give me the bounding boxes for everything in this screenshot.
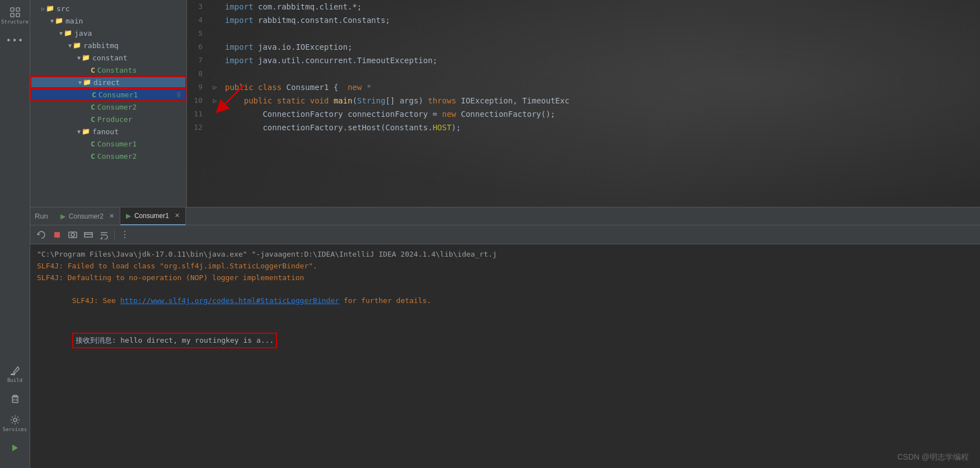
java-icon-consumer2-fanout: C	[91, 152, 95, 160]
build-label: Build	[7, 377, 22, 383]
tab-icon-consumer2: ▶	[60, 212, 65, 220]
svg-rect-11	[54, 232, 60, 238]
top-section: ▷ 📁 src ▼ 📁 main ▼ 📁 java ▼ 📁 rabbitmq	[30, 0, 980, 207]
more-actions-btn[interactable]: ⋮	[118, 228, 132, 242]
folder-icon-direct: 📁	[83, 78, 91, 86]
more-icon[interactable]: •••	[4, 29, 26, 51]
code-line-10: 10 ▷ public static void main(String[] ar…	[187, 94, 980, 107]
code-line-7: 7 import java.util.concurrent.TimeoutExc…	[187, 54, 980, 67]
tab-consumer2[interactable]: ▶ Consumer2 ✕	[55, 207, 120, 225]
toolbar-sep	[114, 230, 115, 240]
tab-icon-consumer1: ▶	[126, 212, 131, 220]
code-editor: 3 import com.rabbitmq.client.*; 4 import…	[187, 0, 980, 207]
folder-icon-constant: 📁	[82, 54, 90, 62]
svg-rect-1	[16, 8, 20, 11]
java-icon-producer: C	[91, 115, 95, 124]
svg-point-8	[13, 418, 17, 422]
run-panel: Run ▶ Consumer2 ✕ ▶ Consumer1 ✕	[30, 207, 980, 468]
run-toolbar: ⋮	[30, 225, 980, 244]
tree-item-main[interactable]: ▼ 📁 main	[30, 15, 186, 27]
code-line-3: 3 import com.rabbitmq.client.*;	[187, 0, 980, 13]
java-icon-constants: C	[91, 66, 95, 74]
tree-item-consumer1-fanout[interactable]: ▶ C Consumer1	[30, 138, 186, 150]
run-bottom-icon[interactable]	[4, 437, 26, 459]
softref-btn[interactable]	[97, 228, 111, 242]
code-line-9: 9 ▷ public class Consumer1 { new *	[187, 81, 980, 94]
output-success: 接收到消息: hello direct, my routingkey is a.…	[37, 321, 973, 360]
folder-icon-main: 📁	[55, 17, 63, 25]
tree-item-src[interactable]: ▷ 📁 src	[30, 2, 186, 15]
tree-item-direct[interactable]: ▼ 📁 direct	[30, 76, 186, 88]
code-line-12: 12 connectionFactory.setHost(Constants.H…	[187, 121, 980, 134]
screenshot-btn[interactable]	[66, 228, 79, 242]
code-line-8: 8	[187, 67, 980, 81]
run-output: "C:\Program Files\Java\jdk-17.0.11\bin\j…	[30, 244, 980, 468]
tab-close-consumer2[interactable]: ✕	[109, 212, 114, 220]
folder-icon-fanout: 📁	[82, 127, 90, 135]
output-cmd: "C:\Program Files\Java\jdk-17.0.11\bin\j…	[37, 249, 973, 261]
folder-icon-src: 📁	[46, 4, 54, 12]
svg-marker-9	[12, 445, 18, 451]
svg-point-13	[71, 233, 74, 237]
run-line-10[interactable]: ▷	[209, 94, 221, 107]
slf4j-link[interactable]: http://www.slf4j.org/codes.html#StaticLo…	[120, 296, 339, 305]
services-label: Services	[3, 427, 27, 432]
code-line-6: 6 import java.io.IOException;	[187, 40, 980, 54]
folder-icon-rabbitmq: 📁	[73, 41, 81, 49]
svg-rect-0	[11, 8, 14, 11]
code-line-5: 5	[187, 27, 980, 40]
tree-item-constants[interactable]: ▶ C Constants	[30, 64, 186, 76]
java-icon-consumer1: C	[92, 91, 96, 99]
expand-btn[interactable]	[82, 228, 95, 242]
main-area: ▷ 📁 src ▼ 📁 main ▼ 📁 java ▼ 📁 rabbitmq	[30, 0, 980, 468]
output-slf4j-2: SLF4J: Defaulting to no-operation (NOP) …	[37, 272, 973, 284]
build-icon[interactable]: Build	[4, 363, 26, 385]
tab-close-consumer1[interactable]: ✕	[175, 212, 180, 219]
output-slf4j-1: SLF4J: Failed to load class "org.slf4j.i…	[37, 261, 973, 272]
tab-consumer1[interactable]: ▶ Consumer1 ✕	[120, 207, 186, 225]
run-tabs-bar: Run ▶ Consumer2 ✕ ▶ Consumer1 ✕	[30, 207, 980, 225]
svg-rect-5	[12, 397, 18, 403]
tree-item-constant[interactable]: ▼ 📁 constant	[30, 51, 186, 64]
svg-rect-3	[16, 13, 20, 17]
output-slf4j-3: SLF4J: See http://www.slf4j.org/codes.ht…	[37, 283, 973, 318]
structure-label: Structure	[1, 19, 29, 25]
folder-icon-java: 📁	[64, 29, 72, 37]
tree-item-consumer2-direct[interactable]: ▶ C Consumer2	[30, 101, 186, 113]
tree-item-java[interactable]: ▼ 📁 java	[30, 27, 186, 39]
tree-item-consumer1-direct[interactable]: ▶ C Consumer1 8	[30, 88, 186, 101]
java-icon-consumer1-fanout: C	[91, 140, 95, 148]
svg-rect-14	[85, 233, 92, 237]
java-icon-consumer2: C	[91, 103, 95, 111]
trash-icon[interactable]	[4, 387, 26, 410]
svg-rect-4	[11, 374, 15, 375]
stop-btn[interactable]	[50, 228, 64, 242]
run-label: Run	[35, 212, 48, 220]
tree-item-rabbitmq[interactable]: ▼ 📁 rabbitmq	[30, 39, 186, 51]
tree-item-producer[interactable]: ▶ C Producer	[30, 113, 186, 125]
output-message: 接收到消息: hello direct, my routingkey is a.…	[72, 333, 278, 349]
code-line-4: 4 import rabbitmq.constant.Constants;	[187, 13, 980, 27]
file-tree: ▷ 📁 src ▼ 📁 main ▼ 📁 java ▼ 📁 rabbitmq	[30, 0, 187, 207]
left-sidebar: Structure ••• Build	[0, 0, 30, 468]
svg-rect-2	[11, 13, 14, 17]
code-line-11: 11 ConnectionFactory connectionFactory =…	[187, 107, 980, 121]
structure-icon[interactable]: Structure	[4, 4, 26, 27]
run-line-9[interactable]: ▷	[209, 81, 221, 94]
services-icon[interactable]: Services	[4, 412, 26, 434]
tree-item-fanout[interactable]: ▼ 📁 fanout	[30, 125, 186, 138]
tree-item-consumer2-fanout[interactable]: ▶ C Consumer2	[30, 150, 186, 162]
sidebar-bottom-icons: Build Services	[4, 363, 26, 459]
sidebar-top-icons: Structure •••	[4, 4, 26, 51]
rerun-btn[interactable]	[35, 228, 48, 242]
